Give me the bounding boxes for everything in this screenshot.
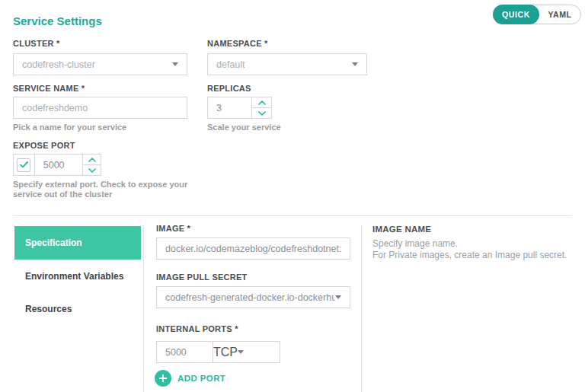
quick-toggle-button[interactable]: QUICK [493,5,539,24]
image-pull-secret-label: IMAGE PULL SECRET [156,272,248,282]
service-name-hint: Pick a name for your service [13,123,126,132]
chevron-down-icon [352,62,358,66]
chevron-down-icon [172,62,178,66]
help-divider [361,225,362,392]
service-name-input[interactable] [14,97,187,118]
chevron-down-icon [88,168,96,173]
image-pull-secret-value: codefresh-generated-docker.io-dockerhub.… [157,292,335,303]
replicas-decrement-button[interactable] [252,108,271,118]
section-divider [13,215,572,216]
service-settings-page: QUICK YAML Service Settings CLUSTER * co… [0,0,585,392]
expose-port-hint: Specify external port. Check to expose y… [13,180,200,199]
replicas-increment-button[interactable] [252,97,271,108]
chevron-down-icon [258,111,266,116]
internal-ports-label: INTERNAL PORTS * [156,324,238,333]
expose-port-decrement-button[interactable] [83,165,101,175]
expose-port-field [13,154,101,176]
protocol-select[interactable]: TCP [213,342,280,362]
cluster-select-value: codefresh-cluster [14,59,172,70]
image-label: IMAGE * [156,224,190,233]
service-name-field [13,97,187,119]
protocol-value: TCP [213,346,238,359]
chevron-down-icon [238,350,244,354]
namespace-label: NAMESPACE * [207,39,268,48]
plus-icon [155,370,171,387]
expose-port-input[interactable] [35,155,82,175]
expose-port-stepper [82,155,101,175]
tab-specification[interactable]: Specification [14,226,141,260]
view-mode-toggle: QUICK YAML [493,5,581,24]
internal-ports-row: TCP [156,341,280,363]
internal-port-input[interactable] [157,342,213,362]
tab-resources[interactable]: Resources [14,292,141,325]
chevron-up-icon [258,100,266,105]
help-panel-line1: Specify image name. [372,238,458,250]
replicas-stepper [251,97,271,118]
chevron-down-icon [335,295,341,299]
image-field [156,237,350,260]
expose-port-label: EXPOSE PORT [13,141,75,150]
cluster-label: CLUSTER * [13,39,60,48]
help-panel-title: IMAGE NAME [372,225,431,234]
cluster-select[interactable]: codefresh-cluster [13,53,187,75]
expose-port-checkbox[interactable] [17,158,30,172]
chevron-up-icon [88,158,96,162]
check-icon [20,161,28,168]
add-port-button[interactable]: ADD PORT [155,370,225,387]
page-title: Service Settings [13,14,102,27]
namespace-select-value: default [208,59,352,70]
image-input[interactable] [157,238,350,259]
settings-tabs: Specification Environment Variables Reso… [14,226,141,325]
help-panel-line2: For Private images, create an Image pull… [372,250,567,261]
namespace-select[interactable]: default [207,53,367,75]
replicas-input[interactable] [208,97,251,118]
add-port-label: ADD PORT [177,374,225,383]
tabs-divider [143,225,144,392]
replicas-hint: Scale your service [207,123,281,132]
image-pull-secret-select[interactable]: codefresh-generated-docker.io-dockerhub.… [156,286,350,308]
replicas-label: REPLICAS [207,84,251,93]
replicas-field [207,97,272,119]
yaml-toggle-button[interactable]: YAML [539,5,580,24]
service-name-label: SERVICE NAME * [13,84,85,93]
expose-port-increment-button[interactable] [83,155,101,165]
tab-environment-variables[interactable]: Environment Variables [14,260,141,292]
